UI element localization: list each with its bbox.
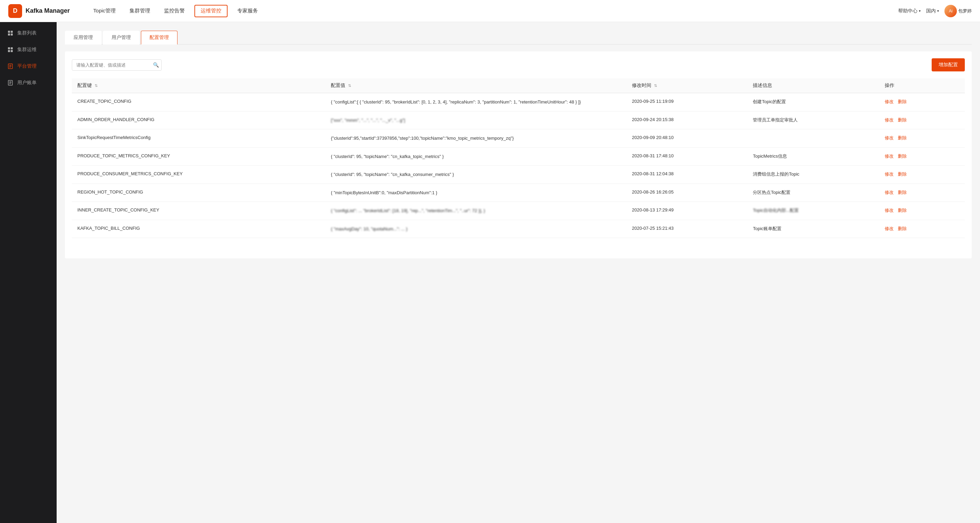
edit-action[interactable]: 修改 (885, 117, 894, 122)
config-key-cell: PRODUCE_CONSUMER_METRICS_CONFIG_KEY (72, 166, 325, 184)
config-actions-cell: 修改删除 (879, 202, 965, 220)
sidebar-label: 集群运维 (17, 47, 37, 53)
help-center[interactable]: 帮助中心 ▾ (898, 8, 921, 14)
svg-rect-4 (8, 47, 10, 49)
logo-icon: D (8, 4, 22, 18)
edit-action[interactable]: 修改 (885, 208, 894, 213)
config-key-cell: PRODUCE_TOPIC_METRICS_CONFIG_KEY (72, 147, 325, 166)
config-time-cell: 2020-08-26 16:26:05 (627, 184, 747, 202)
config-time-cell: 2020-09-24 20:15:38 (627, 111, 747, 129)
delete-action[interactable]: 删除 (898, 135, 907, 140)
app-title: Kafka Manager (25, 7, 70, 14)
config-key-cell: ADMIN_ORDER_HANDLER_CONFIG (72, 111, 325, 129)
table-header: 配置键 ⇅ 配置值 ⇅ 修改时间 ⇅ 描述信息 操作 (72, 78, 965, 93)
doc-icon (7, 79, 14, 86)
svg-rect-5 (11, 47, 13, 49)
avatar: Ai (945, 5, 957, 17)
config-key-cell: INNER_CREATE_TOPIC_CONFIG_KEY (72, 202, 325, 220)
doc-icon (7, 63, 14, 70)
config-value-cell: ["xxx", "mmm", "...", "...", "..._v", ".… (325, 111, 627, 129)
region-selector[interactable]: 国内 ▾ (926, 8, 939, 14)
config-actions-cell: 修改删除 (879, 111, 965, 129)
sidebar-item-platform[interactable]: 平台管理 (0, 58, 57, 74)
sidebar: 集群列表 集群运维 平台管理 (0, 22, 57, 523)
sidebar-item-cluster-ops[interactable]: 集群运维 (0, 41, 57, 58)
delete-action[interactable]: 删除 (898, 99, 907, 104)
search-bar-row: 🔍 增加配置 (72, 58, 965, 71)
sidebar-label: 平台管理 (17, 63, 37, 69)
main-content: 应用管理 用户管理 配置管理 🔍 增加配置 配置键 ⇅ 配置值 (57, 22, 980, 523)
chevron-down-icon: ▾ (937, 9, 939, 13)
config-value-cell: { "clusterId": 95, "topicName": "cn_kafk… (325, 147, 627, 166)
edit-action[interactable]: 修改 (885, 135, 894, 140)
config-value-cell: { "maxAvgDay": 10, "quotaNum...": ... } (325, 220, 627, 238)
config-desc-cell: Topic账单配置 (747, 220, 879, 238)
delete-action[interactable]: 删除 (898, 171, 907, 177)
svg-rect-0 (8, 31, 10, 33)
edit-action[interactable]: 修改 (885, 171, 894, 177)
sidebar-item-user-bill[interactable]: 用户账单 (0, 74, 57, 91)
nav-expert[interactable]: 专家服务 (230, 0, 265, 22)
svg-rect-2 (8, 33, 10, 35)
search-input[interactable] (72, 59, 162, 71)
config-value-cell: { "configList":[ { "clusterId": 95, "bro… (325, 93, 627, 111)
search-input-wrap: 🔍 (72, 59, 162, 71)
col-value: 配置值 ⇅ (325, 78, 627, 93)
config-actions-cell: 修改删除 (879, 147, 965, 166)
table-row: KAFKA_TOPIC_BILL_CONFIG{ "maxAvgDay": 10… (72, 220, 965, 238)
config-actions-cell: 修改删除 (879, 129, 965, 147)
svg-rect-6 (8, 50, 10, 52)
config-key-cell: SinkTopicRequestTimeMetricsConfig (72, 129, 325, 147)
tab-bar: 应用管理 用户管理 配置管理 (65, 30, 972, 44)
col-time: 修改时间 ⇅ (627, 78, 747, 93)
grid-icon (7, 46, 14, 53)
delete-action[interactable]: 删除 (898, 117, 907, 122)
delete-action[interactable]: 删除 (898, 190, 907, 195)
config-time-cell: 2020-08-31 17:48:10 (627, 147, 747, 166)
config-value-cell: { "clusterId": 95, "topicName": "cn_kafk… (325, 166, 627, 184)
config-actions-cell: 修改删除 (879, 184, 965, 202)
table-row: ADMIN_ORDER_HANDLER_CONFIG["xxx", "mmm",… (72, 111, 965, 129)
sidebar-label: 集群列表 (17, 30, 37, 36)
delete-action[interactable]: 删除 (898, 208, 907, 213)
svg-rect-3 (11, 33, 13, 35)
col-actions: 操作 (879, 78, 965, 93)
sort-icon[interactable]: ⇅ (348, 84, 351, 88)
sort-icon[interactable]: ⇅ (95, 84, 98, 88)
nav-right: 帮助中心 ▾ 国内 ▾ Ai 包梦婷 (898, 5, 972, 17)
config-key-cell: CREATE_TOPIC_CONFIG (72, 93, 325, 111)
svg-rect-1 (11, 31, 13, 33)
config-value-cell: { "configList": ... "brokerIdList": [18,… (325, 202, 627, 220)
tab-user[interactable]: 用户管理 (103, 31, 140, 44)
config-desc-cell: 创建Topic的配置 (747, 93, 879, 111)
delete-action[interactable]: 删除 (898, 154, 907, 159)
config-time-cell: 2020-08-31 12:04:38 (627, 166, 747, 184)
table-body: CREATE_TOPIC_CONFIG{ "configList":[ { "c… (72, 93, 965, 238)
edit-action[interactable]: 修改 (885, 226, 894, 231)
add-config-button[interactable]: 增加配置 (932, 58, 965, 71)
edit-action[interactable]: 修改 (885, 190, 894, 195)
config-key-cell: KAFKA_TOPIC_BILL_CONFIG (72, 220, 325, 238)
config-desc-cell: 管理员工单指定审批人 (747, 111, 879, 129)
user-menu[interactable]: Ai 包梦婷 (945, 5, 972, 17)
logo-area: D Kafka Manager (8, 4, 70, 18)
config-key-cell: REGION_HOT_TOPIC_CONFIG (72, 184, 325, 202)
config-desc-cell (747, 129, 879, 147)
chevron-down-icon: ▾ (919, 9, 921, 13)
nav-cluster[interactable]: 集群管理 (123, 0, 157, 22)
table-row: PRODUCE_TOPIC_METRICS_CONFIG_KEY{ "clust… (72, 147, 965, 166)
content-area: 🔍 增加配置 配置键 ⇅ 配置值 ⇅ 修改时间 ⇅ (65, 51, 972, 258)
nav-ops[interactable]: 运维管控 (194, 5, 228, 17)
sidebar-item-cluster-list[interactable]: 集群列表 (0, 25, 57, 41)
sort-icon[interactable]: ⇅ (654, 84, 657, 88)
tab-app[interactable]: 应用管理 (65, 31, 102, 44)
config-time-cell: 2020-09-25 11:19:09 (627, 93, 747, 111)
tab-config[interactable]: 配置管理 (141, 31, 178, 44)
delete-action[interactable]: 删除 (898, 226, 907, 231)
nav-topic[interactable]: Topic管理 (86, 0, 123, 22)
edit-action[interactable]: 修改 (885, 99, 894, 104)
nav-monitor[interactable]: 监控告警 (157, 0, 192, 22)
sidebar-label: 用户账单 (17, 80, 37, 86)
search-icon[interactable]: 🔍 (153, 62, 159, 68)
edit-action[interactable]: 修改 (885, 154, 894, 159)
